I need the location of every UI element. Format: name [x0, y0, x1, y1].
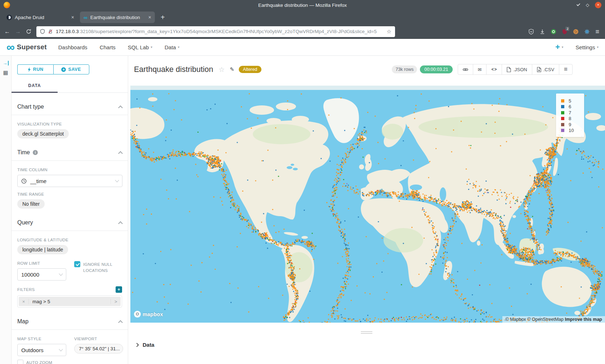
code-icon: <>: [491, 67, 497, 72]
browser-menu-icon[interactable]: ≡: [595, 28, 599, 35]
file-icon: [537, 67, 541, 72]
favorite-star-icon[interactable]: ☆: [219, 65, 225, 74]
nav-dashboards[interactable]: Dashboards: [58, 44, 88, 50]
plus-circle-icon: +: [61, 67, 66, 72]
edit-properties-icon[interactable]: ✎: [230, 66, 234, 73]
reload-icon[interactable]: [26, 29, 31, 34]
query-duration-badge: 00:00:03.21: [420, 65, 452, 73]
export-json-button[interactable]: .JSON: [502, 64, 532, 75]
section-header-map[interactable]: Map: [12, 318, 128, 330]
ignore-null-checkbox[interactable]: [74, 261, 80, 267]
settings-menu[interactable]: Settings▾: [575, 44, 599, 50]
legend-swatch: [561, 99, 564, 103]
expand-filter-icon[interactable]: >: [111, 299, 121, 304]
legend-label: 10: [569, 128, 574, 133]
insecure-lock-icon[interactable]: [48, 29, 53, 34]
legend-item[interactable]: 7: [561, 110, 584, 116]
envelope-icon: ✉: [478, 67, 482, 72]
legend-label: 7: [569, 110, 571, 115]
explore-control-panel: RUN + SAVE DATA Chart type VISUALIZATION…: [12, 56, 128, 364]
deckgl-scatter-map[interactable]: 5678910 O mapbox © Mapbox © OpenStreetMa…: [130, 86, 605, 323]
superset-favicon: ∞: [84, 15, 88, 20]
new-tab-button[interactable]: +: [157, 14, 169, 21]
control-label: LONGITUDE & LATITUDE: [17, 238, 122, 242]
add-filter-button[interactable]: +: [116, 286, 122, 293]
collapse-panel-icon[interactable]: →: [3, 61, 9, 65]
viewport-pill[interactable]: 7° 35' 54.02" | 31...: [74, 344, 123, 354]
legend-item[interactable]: 6: [561, 104, 584, 110]
auto-zoom-checkbox[interactable]: [17, 360, 23, 364]
back-button[interactable]: ←: [4, 29, 10, 35]
run-button[interactable]: RUN: [17, 64, 53, 74]
control-label: FILTERS: [17, 287, 35, 292]
mapbox-logo[interactable]: O mapbox: [134, 311, 163, 318]
chevron-down-icon: ▾: [151, 45, 152, 49]
save-button[interactable]: + SAVE: [53, 64, 90, 74]
window-close-icon[interactable]: ×: [595, 2, 601, 8]
map-style-select[interactable]: Outdoors: [17, 344, 66, 356]
legend-item[interactable]: 9: [561, 122, 584, 128]
tab-data[interactable]: DATA: [12, 79, 58, 92]
data-section-toggle[interactable]: Data: [134, 342, 599, 348]
legend-item[interactable]: 10: [561, 128, 584, 134]
window-minimize-icon[interactable]: [577, 3, 580, 6]
panel-resize-handle[interactable]: [361, 331, 372, 334]
row-limit-select[interactable]: 100000: [17, 268, 66, 281]
tab-close-icon[interactable]: ×: [148, 15, 151, 20]
add-new-button[interactable]: +▾: [555, 43, 563, 51]
nav-data[interactable]: Data▾: [165, 44, 179, 50]
world-map: [130, 86, 605, 323]
export-csv-button[interactable]: .CSV: [532, 64, 559, 75]
cookie-extension-icon[interactable]: [573, 29, 579, 35]
control-label: TIME RANGE: [17, 192, 122, 196]
legend-swatch: [561, 105, 564, 108]
time-range-pill[interactable]: No filter: [17, 199, 45, 209]
shield-permissions-icon[interactable]: [40, 29, 45, 34]
tab-close-icon[interactable]: ×: [71, 15, 74, 20]
legend-item[interactable]: 5: [561, 98, 584, 104]
improve-map-link[interactable]: Improve this map: [565, 317, 602, 322]
tab-earthquake-distribution[interactable]: ∞ Earthquake distribution ×: [80, 12, 155, 23]
magnitude-legend: 5678910: [556, 94, 584, 137]
pocket-icon[interactable]: [528, 29, 534, 35]
superset-navbar: ∞ Superset Dashboards Charts SQL Lab▾ Da…: [0, 39, 605, 56]
bookmark-star-icon[interactable]: ☆: [387, 28, 391, 35]
filter-value[interactable]: mag > 5: [29, 299, 111, 304]
url-text[interactable]: 172.18.0.3:32108/superset/explore/?form_…: [56, 29, 384, 34]
extension-green-icon[interactable]: [551, 29, 556, 35]
section-header-time[interactable]: Timei: [12, 149, 128, 161]
url-path: :32108/superset/explore/?form_data_key=1…: [79, 29, 377, 34]
nav-charts[interactable]: Charts: [100, 44, 116, 50]
superset-logo[interactable]: ∞ Superset: [6, 42, 47, 52]
chevron-down-icon: [115, 178, 119, 182]
nav-sql-lab[interactable]: SQL Lab▾: [128, 44, 152, 50]
ublock-icon[interactable]: 2: [562, 29, 568, 35]
auto-zoom-label: AUTO ZOOM: [26, 360, 52, 364]
viz-type-pill[interactable]: deck.gl Scatterplot: [17, 129, 69, 138]
forward-button[interactable]: →: [15, 29, 21, 35]
clock-icon: [21, 178, 27, 184]
chart-header: Earthquake distribution ☆ ✎ Altered 73k …: [134, 61, 599, 78]
downloads-icon[interactable]: [539, 29, 545, 35]
control-label: VISUALIZATION TYPE: [17, 122, 122, 126]
window-maximize-icon[interactable]: ◇: [586, 3, 589, 7]
chart-menu-button[interactable]: ≡: [559, 64, 573, 75]
section-header-query[interactable]: Query: [12, 219, 128, 231]
remove-filter-icon[interactable]: ×: [19, 299, 29, 304]
tab-apache-druid[interactable]: Apache Druid ×: [3, 12, 78, 23]
mapbox-logo-text: mapbox: [143, 311, 163, 317]
legend-item[interactable]: 8: [561, 116, 584, 122]
section-map: Map MAP STYLE Outdoors AUTO ZOOM VIE: [17, 318, 122, 364]
pinwheel-extension-icon[interactable]: [584, 29, 590, 35]
copy-link-button[interactable]: [458, 64, 473, 75]
filter-chip[interactable]: × mag > 5 >: [19, 297, 121, 306]
ignore-null-control[interactable]: IGNORE NULL LOCATIONS: [74, 261, 114, 281]
dataset-grid-icon[interactable]: ▦: [3, 70, 8, 75]
email-button[interactable]: ✉: [473, 64, 487, 75]
time-column-select[interactable]: __time: [17, 175, 122, 187]
lonlat-pill[interactable]: longitude | latitude: [17, 245, 68, 254]
embed-code-button[interactable]: <>: [486, 64, 502, 75]
url-bar[interactable]: 172.18.0.3:32108/superset/explore/?form_…: [36, 26, 395, 37]
section-header-chart-type[interactable]: Chart type: [12, 104, 128, 115]
results-panel: Data: [134, 323, 599, 348]
